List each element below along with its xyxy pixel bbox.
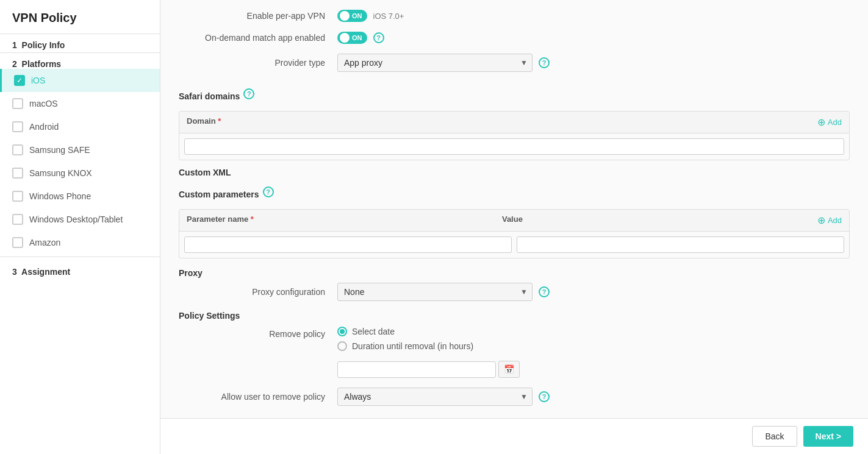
safari-domain-required: *: [218, 116, 221, 126]
duration-radio[interactable]: [337, 341, 347, 351]
param-value-input[interactable]: [517, 236, 844, 253]
sidebar-item-amazon[interactable]: Amazon: [0, 231, 160, 254]
allow-remove-select[interactable]: Always With Authorization Never: [337, 388, 533, 406]
toggle-on-label: ON: [352, 12, 362, 20]
param-name-required: *: [251, 215, 254, 224]
ios-checkbox[interactable]: ✓: [14, 75, 25, 86]
custom-parameters-header-row: Parameter name * Value ⊕ Add: [179, 210, 849, 232]
remove-policy-duration[interactable]: Duration until removal (in hours): [337, 341, 520, 351]
proxy-config-help-icon[interactable]: ?: [539, 286, 550, 297]
remove-policy-options: Select date Duration until removal (in h…: [337, 327, 520, 378]
safari-domains-add-btn[interactable]: ⊕ Add: [810, 112, 849, 133]
sidebar-step-3[interactable]: 3 Assignment: [0, 260, 160, 284]
safari-domain-col: Domain *: [179, 112, 810, 133]
date-input[interactable]: [337, 361, 496, 378]
proxy-config-control: None Manual Auto ▼ ?: [337, 283, 850, 301]
select-date-radio[interactable]: [337, 327, 347, 336]
proxy-config-label: Proxy configuration: [179, 287, 337, 297]
safari-add-icon: ⊕: [817, 116, 825, 128]
param-name-col: Parameter name *: [179, 210, 495, 231]
safari-domains-table-header: Domain * ⊕ Add: [179, 112, 849, 133]
allow-remove-select-wrap: Always With Authorization Never ▼: [337, 388, 533, 406]
android-checkbox[interactable]: [12, 121, 23, 132]
duration-label: Duration until removal (in hours): [352, 341, 473, 351]
proxy-config-select[interactable]: None Manual Auto: [337, 283, 533, 301]
back-button[interactable]: Back: [752, 426, 797, 447]
per-app-vpn-info: iOS 7.0+: [373, 12, 404, 21]
next-button[interactable]: Next >: [803, 426, 853, 447]
calendar-button[interactable]: 📅: [498, 361, 520, 378]
step-1-label: Policy Info: [22, 40, 65, 50]
safari-domains-table: Domain * ⊕ Add: [179, 111, 850, 160]
ios-label: iOS: [31, 76, 45, 85]
custom-parameters-section: Custom parameters ? Parameter name * Val…: [179, 180, 850, 258]
param-value-col: Value: [495, 210, 810, 231]
provider-type-control: App proxy Packet tunnel ▼ ?: [337, 54, 850, 72]
allow-remove-control: Always With Authorization Never ▼ ?: [337, 388, 850, 406]
enable-per-app-vpn-label: Enable per-app VPN: [179, 11, 337, 21]
date-input-wrap: 📅: [337, 361, 520, 378]
step-3-label: Assignment: [21, 267, 70, 277]
step-2-number: 2: [12, 59, 22, 69]
sidebar-step-2: 2 Platforms: [0, 53, 160, 69]
windows-desktop-checkbox[interactable]: [12, 214, 23, 225]
on-demand-knob: [340, 33, 350, 43]
allow-remove-row: Allow user to remove policy Always With …: [179, 388, 850, 406]
safari-domains-header: Safari domains: [179, 91, 240, 101]
samsung-safe-checkbox[interactable]: [12, 144, 23, 155]
sidebar-item-windows-desktop[interactable]: Windows Desktop/Tablet: [0, 208, 160, 231]
custom-parameters-table: Parameter name * Value ⊕ Add: [179, 209, 850, 258]
samsung-knox-checkbox[interactable]: [12, 168, 23, 179]
sidebar-item-macos[interactable]: macOS: [0, 92, 160, 115]
sidebar-step-1[interactable]: 1 Policy Info: [0, 34, 160, 53]
on-demand-help-icon[interactable]: ?: [373, 32, 384, 43]
provider-type-label: Provider type: [179, 58, 337, 68]
main-content: Enable per-app VPN ON iOS 7.0+ On-demand…: [160, 0, 868, 454]
sidebar-item-windows-phone[interactable]: Windows Phone: [0, 185, 160, 208]
enable-per-app-vpn-control: ON iOS 7.0+: [337, 10, 850, 22]
provider-type-select-wrap: App proxy Packet tunnel ▼: [337, 54, 533, 72]
samsung-knox-label: Samsung KNOX: [29, 168, 92, 178]
sidebar-item-android[interactable]: Android: [0, 115, 160, 138]
custom-param-add-btn[interactable]: ⊕ Add: [810, 210, 849, 231]
enable-per-app-toggle[interactable]: ON: [337, 10, 367, 22]
custom-xml-section: Custom XML: [179, 168, 850, 177]
remove-policy-row: Remove policy Select date Duration until…: [179, 327, 850, 378]
amazon-label: Amazon: [29, 238, 60, 247]
sidebar-item-ios[interactable]: ✓ iOS: [0, 69, 160, 92]
macos-checkbox[interactable]: [12, 98, 23, 109]
samsung-safe-label: Samsung SAFE: [29, 145, 90, 155]
android-label: Android: [29, 122, 59, 132]
safari-domains-body: [179, 133, 849, 160]
proxy-section: Proxy Proxy configuration None Manual Au…: [179, 268, 850, 301]
windows-phone-checkbox[interactable]: [12, 191, 23, 202]
provider-type-help-icon[interactable]: ?: [539, 57, 550, 68]
custom-parameters-header: Custom parameters: [179, 190, 259, 199]
param-name-input[interactable]: [184, 236, 512, 253]
toggle-knob: [340, 11, 350, 21]
windows-phone-label: Windows Phone: [29, 191, 91, 201]
on-demand-label: On-demand match app enabled: [179, 33, 337, 43]
custom-parameters-help-icon[interactable]: ?: [263, 186, 274, 197]
footer: Back Next >: [160, 418, 868, 454]
provider-type-row: Provider type App proxy Packet tunnel ▼ …: [179, 54, 850, 72]
sidebar: VPN Policy 1 Policy Info 2 Platforms ✓ i…: [0, 0, 160, 454]
windows-desktop-label: Windows Desktop/Tablet: [29, 215, 123, 224]
allow-remove-help-icon[interactable]: ?: [539, 391, 550, 402]
select-date-label: Select date: [352, 327, 395, 336]
on-demand-control: ON ?: [337, 32, 850, 44]
safari-domain-input[interactable]: [184, 138, 844, 155]
macos-label: macOS: [29, 99, 58, 108]
custom-parameters-body: [179, 232, 849, 258]
on-demand-on-label: ON: [352, 34, 362, 41]
sidebar-item-samsung-knox[interactable]: Samsung KNOX: [0, 161, 160, 185]
on-demand-toggle[interactable]: ON: [337, 32, 367, 44]
enable-per-app-vpn-row: Enable per-app VPN ON iOS 7.0+: [179, 10, 850, 22]
sidebar-item-samsung-safe[interactable]: Samsung SAFE: [0, 138, 160, 161]
remove-policy-label: Remove policy: [179, 327, 337, 339]
amazon-checkbox[interactable]: [12, 237, 23, 248]
provider-type-select[interactable]: App proxy Packet tunnel: [337, 54, 533, 72]
remove-policy-select-date[interactable]: Select date: [337, 327, 520, 336]
safari-domains-help-icon[interactable]: ?: [243, 88, 254, 99]
step-3-number: 3: [12, 267, 21, 277]
